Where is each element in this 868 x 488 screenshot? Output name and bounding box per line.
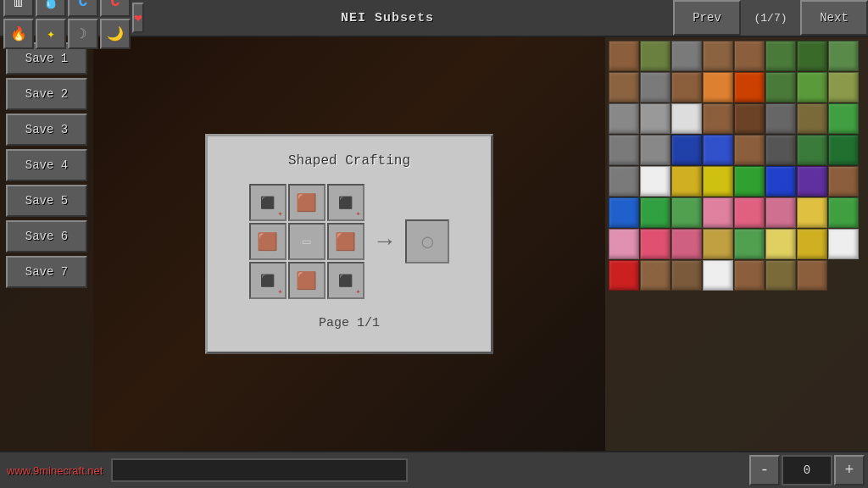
- item-cell[interactable]: [765, 197, 796, 228]
- item-cell[interactable]: [797, 72, 827, 103]
- item-cell[interactable]: [703, 135, 733, 165]
- compass-icon[interactable]: ✦: [36, 19, 66, 49]
- trash-icon[interactable]: 🗑: [3, 0, 34, 17]
- arrow-icon: →: [378, 229, 392, 255]
- item-cell[interactable]: [703, 72, 733, 103]
- prev-button[interactable]: Prev: [673, 0, 741, 36]
- item-cell[interactable]: [734, 41, 765, 71]
- item-cell[interactable]: [703, 41, 733, 71]
- item-cell[interactable]: [828, 229, 859, 259]
- counter-plus-button[interactable]: +: [834, 455, 865, 485]
- item-cell[interactable]: [797, 197, 827, 228]
- save-button-5[interactable]: Save 5: [6, 185, 87, 217]
- counter-controls: - 0 +: [749, 455, 868, 485]
- item-cell[interactable]: [609, 41, 639, 71]
- item-cell[interactable]: [828, 41, 859, 71]
- item-cell[interactable]: [640, 197, 670, 228]
- item-cell[interactable]: [765, 166, 796, 197]
- crafting-panel: Shaped Crafting ⬛✦🟫⬛✦🟫▭🟫⬛✦🟫⬛✦ → ◯ Page 1…: [205, 134, 493, 354]
- item-cell[interactable]: [640, 260, 670, 291]
- item-cell[interactable]: [640, 135, 670, 165]
- result-slot[interactable]: ◯: [405, 219, 449, 263]
- save-button-6[interactable]: Save 6: [6, 220, 87, 252]
- save-button-2[interactable]: Save 2: [6, 78, 87, 110]
- item-cell[interactable]: [734, 166, 765, 197]
- item-cell[interactable]: [640, 72, 670, 103]
- c-blue-icon[interactable]: C: [68, 0, 98, 17]
- item-cell[interactable]: [734, 72, 765, 103]
- item-cell[interactable]: [609, 103, 639, 134]
- craft-slot-3[interactable]: 🟫: [249, 223, 287, 260]
- craft-slot-4[interactable]: ▭: [288, 223, 326, 260]
- item-cell[interactable]: [734, 260, 765, 291]
- item-cell[interactable]: [703, 260, 733, 291]
- fire-icon[interactable]: 🔥: [3, 19, 34, 49]
- item-cell[interactable]: [671, 260, 702, 291]
- item-cell[interactable]: [797, 103, 827, 134]
- top-bar-icons: 🗑 💧 C C 🔥 ✦ ☽ 🌙 ❤: [0, 0, 102, 36]
- save-button-4[interactable]: Save 4: [6, 149, 87, 181]
- item-cell[interactable]: [609, 166, 639, 197]
- item-cell[interactable]: [828, 72, 859, 103]
- item-cell[interactable]: [797, 41, 827, 71]
- item-cell[interactable]: [765, 229, 796, 259]
- item-cell[interactable]: [765, 41, 796, 71]
- craft-slot-0[interactable]: ⬛✦: [249, 184, 287, 221]
- item-cell[interactable]: [734, 197, 765, 228]
- item-cell[interactable]: [671, 229, 702, 259]
- item-cell[interactable]: [609, 197, 639, 228]
- water-icon[interactable]: 💧: [36, 0, 66, 17]
- item-cell[interactable]: [734, 135, 765, 165]
- item-cell[interactable]: [671, 72, 702, 103]
- item-cell[interactable]: [640, 103, 670, 134]
- item-cell[interactable]: [828, 197, 859, 228]
- item-cell[interactable]: [703, 229, 733, 259]
- item-cell[interactable]: [640, 166, 670, 197]
- craft-slot-6[interactable]: ⬛✦: [249, 262, 287, 299]
- item-cell[interactable]: [640, 229, 670, 259]
- next-button[interactable]: Next: [800, 0, 868, 36]
- crafting-body: ⬛✦🟫⬛✦🟫▭🟫⬛✦🟫⬛✦ → ◯: [249, 184, 450, 299]
- item-cell[interactable]: [671, 135, 702, 165]
- craft-slot-8[interactable]: ⬛✦: [327, 262, 364, 299]
- item-cell[interactable]: [765, 72, 796, 103]
- left-sidebar: Save 1Save 2Save 3Save 4Save 5Save 6Save…: [0, 37, 93, 451]
- item-cell[interactable]: [828, 135, 859, 165]
- item-cell[interactable]: [609, 229, 639, 259]
- craft-slot-7[interactable]: 🟫: [288, 262, 326, 299]
- item-cell[interactable]: [765, 103, 796, 134]
- item-cell[interactable]: [828, 166, 859, 197]
- item-cell[interactable]: [765, 135, 796, 165]
- item-cell[interactable]: [734, 103, 765, 134]
- page-title: NEI Subsets: [102, 0, 673, 36]
- page-indicator-crafting: Page 1/1: [319, 316, 380, 330]
- counter-minus-button[interactable]: -: [749, 455, 780, 485]
- item-cell[interactable]: [797, 135, 827, 165]
- craft-slot-5[interactable]: 🟫: [327, 223, 364, 260]
- search-input[interactable]: [111, 458, 408, 482]
- item-cell[interactable]: [703, 103, 733, 134]
- craft-slot-1[interactable]: 🟫: [288, 184, 326, 221]
- item-cell[interactable]: [671, 103, 702, 134]
- item-cell[interactable]: [828, 103, 859, 134]
- right-item-panel: [605, 37, 868, 451]
- item-cell[interactable]: [703, 197, 733, 228]
- moon-icon[interactable]: ☽: [68, 19, 98, 49]
- item-cell[interactable]: [797, 229, 827, 259]
- item-cell[interactable]: [609, 72, 639, 103]
- item-cell[interactable]: [797, 166, 827, 197]
- craft-slot-2[interactable]: ⬛✦: [327, 184, 364, 221]
- item-cell[interactable]: [734, 229, 765, 259]
- save-button-3[interactable]: Save 3: [6, 114, 87, 146]
- item-cell[interactable]: [609, 135, 639, 165]
- item-cell[interactable]: [671, 166, 702, 197]
- item-cell[interactable]: [797, 260, 827, 291]
- item-cell[interactable]: [703, 166, 733, 197]
- page-indicator: (1/7): [741, 0, 800, 36]
- save-button-7[interactable]: Save 7: [6, 256, 87, 288]
- item-cell[interactable]: [671, 197, 702, 228]
- item-cell[interactable]: [609, 260, 639, 291]
- item-cell[interactable]: [671, 41, 702, 71]
- item-cell[interactable]: [640, 41, 670, 71]
- item-cell[interactable]: [765, 260, 796, 291]
